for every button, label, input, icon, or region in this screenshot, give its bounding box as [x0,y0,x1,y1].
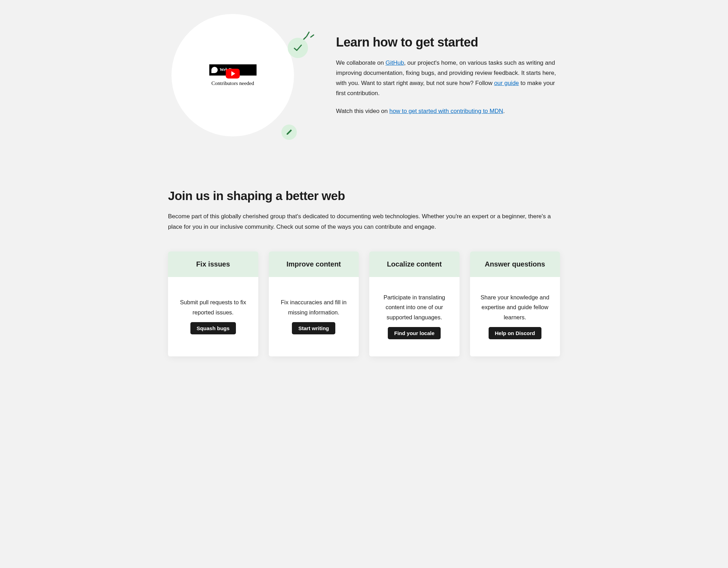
card-description: Participate in translating content into … [376,292,453,322]
join-intro: Become part of this globally cherished g… [168,211,560,232]
cards-grid: Fix issues Submit pull requests to fix r… [168,251,560,356]
text-fragment: Watch this video on [336,108,389,114]
video-subtitle: Contributors needed [211,80,254,86]
join-heading: Join us in shaping a better web [168,189,560,203]
card-localize-content: Localize content Participate in translat… [369,251,460,356]
card-title: Localize content [369,251,460,277]
squash-bugs-button[interactable]: Squash bugs [190,322,236,334]
mdn-logo-icon [211,67,218,73]
hero-heading: Learn how to get started [336,35,560,50]
hero-section: Web Docs Contributors needed [168,14,560,147]
checkmark-icon [293,43,303,53]
help-discord-button[interactable]: Help on Discord [489,327,541,339]
card-description: Submit pull requests to fix reported iss… [175,297,251,317]
text-fragment: . [503,108,505,114]
pencil-icon [286,129,293,136]
card-answer-questions: Answer questions Share your knowledge an… [470,251,560,356]
card-fix-issues: Fix issues Submit pull requests to fix r… [168,251,258,356]
svg-line-1 [307,32,309,36]
card-title: Fix issues [168,251,258,277]
video-thumbnail[interactable]: Web Docs [209,64,257,76]
github-link[interactable]: GitHub [385,59,404,66]
checkmark-badge [288,38,308,58]
play-icon[interactable] [226,69,240,78]
pencil-badge [281,125,297,140]
hero-text: Learn how to get started We collaborate … [336,14,560,124]
guide-link[interactable]: our guide [494,80,519,86]
card-description: Fix inaccuracies and fill in missing inf… [276,297,352,317]
start-writing-button[interactable]: Start writing [292,322,335,334]
card-improve-content: Improve content Fix inaccuracies and fil… [269,251,359,356]
text-fragment: We collaborate on [336,59,385,66]
card-title: Improve content [269,251,359,277]
video-preview-circle: Web Docs Contributors needed [172,14,294,136]
hero-paragraph-2: Watch this video on how to get started w… [336,106,560,116]
card-title: Answer questions [470,251,560,277]
card-description: Share your knowledge and expertise and g… [477,292,553,322]
hero-graphic: Web Docs Contributors needed [168,14,315,147]
video-link[interactable]: how to get started with contributing to … [389,108,503,114]
svg-line-2 [311,35,314,37]
hero-paragraph-1: We collaborate on GitHub, our project's … [336,58,560,99]
find-locale-button[interactable]: Find your locale [388,327,441,339]
